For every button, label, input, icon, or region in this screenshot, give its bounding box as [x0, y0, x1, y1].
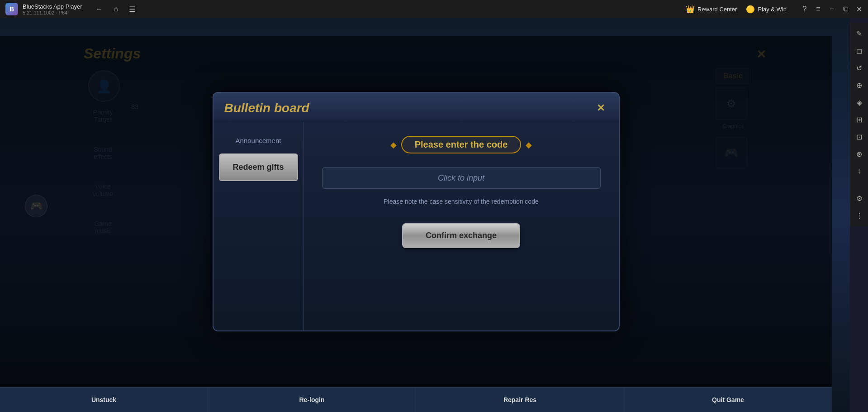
- relogin-button[interactable]: Re-login: [208, 388, 416, 412]
- unstuck-button[interactable]: Unstuck: [0, 388, 208, 412]
- toolbar-icon-9[interactable]: ↕: [851, 163, 868, 179]
- title-bar-left: B BlueStacks App Player 5.21.111.1002 · …: [5, 3, 137, 15]
- bulletin-title: Bulletin board: [224, 101, 309, 115]
- help-button[interactable]: ?: [801, 5, 808, 13]
- toolbar-more-icon[interactable]: ⋮: [851, 207, 868, 224]
- code-title-wrapper: ◆ Please enter the code ◆: [390, 136, 532, 153]
- toolbar-icon-3[interactable]: ↺: [851, 60, 868, 76]
- minimize-button[interactable]: −: [828, 5, 835, 13]
- app-logo: B: [5, 3, 18, 15]
- quit-game-button[interactable]: Quit Game: [624, 388, 832, 412]
- back-button[interactable]: ←: [94, 4, 105, 14]
- announcement-tab[interactable]: Announcement: [219, 131, 298, 150]
- game-content: Settings ✕ 👤 83 PriorityTarget Soundeffe…: [0, 18, 850, 412]
- bookmark-button[interactable]: ☰: [127, 4, 137, 14]
- code-notice: Please note the case sensitivity of the …: [384, 198, 538, 205]
- restore-button[interactable]: ⧉: [842, 5, 849, 13]
- close-button[interactable]: ✕: [855, 5, 863, 14]
- bulletin-content: ◆ Please enter the code ◆ Please note th…: [304, 122, 619, 331]
- toolbar-icon-6[interactable]: ⊞: [851, 111, 868, 128]
- code-title-deco-left: ◆: [390, 140, 397, 150]
- confirm-exchange-button[interactable]: Confirm exchange: [402, 223, 520, 248]
- bulletin-close-button[interactable]: ✕: [593, 101, 608, 115]
- right-toolbar: ✎ ◻ ↺ ⊕ ◈ ⊞ ⊡ ⊗ ↕ ⚙ ⋮: [850, 23, 868, 226]
- crown-icon: 👑: [686, 5, 695, 14]
- toolbar-icon-8[interactable]: ⊗: [851, 146, 868, 162]
- toolbar-icon-4[interactable]: ⊕: [851, 77, 868, 93]
- home-button[interactable]: ⌂: [112, 4, 120, 14]
- title-nav: ← ⌂ ☰: [94, 4, 138, 14]
- app-name: BlueStacks App Player: [23, 3, 82, 10]
- bulletin-modal: Bulletin board ✕ Announcement Redeem gif…: [213, 92, 620, 331]
- menu-button[interactable]: ≡: [815, 5, 822, 13]
- code-title: Please enter the code: [401, 136, 522, 153]
- modal-overlay: Bulletin board ✕ Announcement Redeem gif…: [0, 36, 832, 387]
- bottom-bar: Unstuck Re-login Repair Res Quit Game: [0, 387, 832, 412]
- reward-center-button[interactable]: 👑 Reward Center: [686, 5, 737, 14]
- play-win-button[interactable]: 🟡 Play & Win: [746, 5, 787, 14]
- window-controls: ? ≡ − ⧉ ✕: [801, 5, 863, 14]
- code-title-deco-right: ◆: [526, 140, 532, 150]
- toolbar-icon-2[interactable]: ◻: [851, 43, 868, 59]
- code-input[interactable]: [322, 167, 601, 189]
- toolbar-icon-7[interactable]: ⊡: [851, 129, 868, 145]
- title-bar-right: 👑 Reward Center 🟡 Play & Win ? ≡ − ⧉ ✕: [686, 5, 863, 14]
- toolbar-icon-5[interactable]: ◈: [851, 94, 868, 110]
- coin-icon: 🟡: [746, 5, 755, 14]
- toolbar-icon-1[interactable]: ✎: [851, 25, 868, 42]
- bulletin-sidebar: Announcement Redeem gifts: [213, 122, 304, 331]
- repair-res-button[interactable]: Repair Res: [416, 388, 624, 412]
- bulletin-header: Bulletin board ✕: [213, 93, 619, 122]
- bulletin-body: Announcement Redeem gifts ◆ Please enter…: [213, 122, 619, 331]
- settings-icon[interactable]: ⚙: [851, 190, 868, 206]
- app-version: 5.21.111.1002 · P64: [23, 10, 82, 15]
- title-bar: B BlueStacks App Player 5.21.111.1002 · …: [0, 0, 868, 18]
- code-input-wrapper: [322, 167, 601, 189]
- redeem-gifts-tab[interactable]: Redeem gifts: [219, 153, 298, 181]
